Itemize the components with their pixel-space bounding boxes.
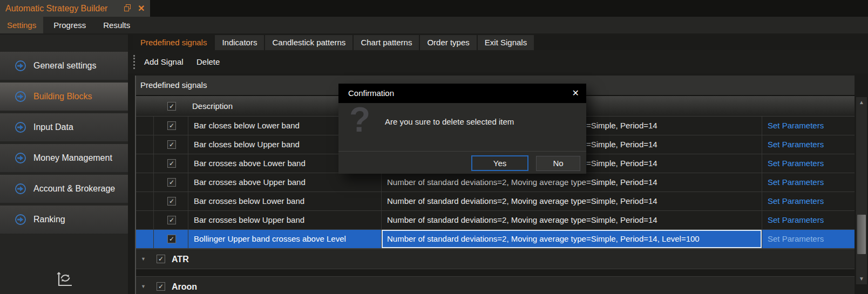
vertical-scrollbar[interactable]: ▲ ▼ bbox=[856, 97, 867, 284]
table-row[interactable]: ✓ Bar crosses above Upper band Number of… bbox=[136, 173, 855, 192]
sidebar-item-general-settings[interactable]: General settings bbox=[0, 52, 128, 80]
signal-parameters: Number of standard deviations=2, Moving … bbox=[387, 230, 700, 248]
set-parameters-link[interactable]: Set Parameters bbox=[768, 192, 824, 210]
signal-description: Bar closes below Upper band bbox=[194, 135, 300, 154]
signal-description: Bar crosses above Upper band bbox=[194, 173, 306, 192]
signal-parameters: Number of standard deviations=2, Moving … bbox=[387, 211, 657, 229]
sidebar-item-label: Building Blocks bbox=[33, 83, 92, 111]
sidebar-item-label: Money Management bbox=[33, 144, 112, 172]
dialog-message: Are you sure to delete selected item bbox=[385, 117, 514, 126]
confirmation-dialog: Confirmation ✕ ? Are you sure to delete … bbox=[338, 84, 586, 174]
scroll-down-icon[interactable]: ▼ bbox=[856, 275, 867, 283]
tab-indicators[interactable]: Indicators bbox=[215, 35, 264, 50]
collapse-triangle-icon[interactable]: ▼ bbox=[141, 256, 146, 262]
tab-progress[interactable]: Progress bbox=[46, 17, 93, 33]
tab-predefined-signals[interactable]: Predefined signals bbox=[133, 35, 214, 50]
scrollbar-thumb[interactable] bbox=[857, 215, 866, 254]
window-titlebar: Automatic Strategy Builder ✕ bbox=[0, 0, 868, 17]
group-checkbox[interactable]: ✓ bbox=[157, 282, 165, 291]
sidebar-item-money-management[interactable]: Money Management bbox=[0, 144, 128, 172]
collapse-triangle-icon[interactable]: ▼ bbox=[141, 284, 146, 289]
sidebar-item-account-brokerage[interactable]: Account & Brokerage bbox=[0, 175, 128, 203]
tab-settings[interactable]: Settings bbox=[0, 17, 43, 33]
table-row-selected[interactable]: ✓ Bollinger Upper band crosses above Lev… bbox=[136, 230, 855, 249]
arrow-circle-icon bbox=[15, 121, 26, 133]
column-header-description[interactable]: Description bbox=[192, 96, 233, 117]
set-parameters-link[interactable]: Set Parameters bbox=[768, 211, 824, 229]
table-row[interactable]: ✓ Bar crosses below Upper band Number of… bbox=[136, 211, 855, 230]
group-row-atr[interactable]: ▼ ✓ ATR bbox=[136, 249, 855, 269]
close-icon[interactable]: ✕ bbox=[138, 0, 145, 17]
group-checkbox[interactable]: ✓ bbox=[157, 255, 165, 263]
tab-candlestick-patterns[interactable]: Candlestick patterns bbox=[265, 35, 352, 50]
signal-description: Bar crosses below Upper band bbox=[194, 211, 304, 229]
signal-parameters: Number of standard deviations=2, Moving … bbox=[387, 173, 657, 192]
group-row-aroon[interactable]: ▼ ✓ Aroon bbox=[136, 276, 855, 294]
arrow-circle-icon bbox=[15, 60, 26, 72]
signal-description: Bar crosses below Lower band bbox=[194, 192, 304, 210]
arrow-circle-icon bbox=[15, 152, 26, 164]
restore-window-icon[interactable] bbox=[124, 4, 132, 12]
signal-parameters: Number of standard deviations=2, Moving … bbox=[387, 192, 657, 210]
app-tabbar: Settings Progress Results bbox=[0, 17, 868, 33]
tab-exit-signals[interactable]: Exit Signals bbox=[478, 35, 534, 50]
group-divider bbox=[136, 269, 855, 276]
set-parameters-link[interactable]: Set Parameters bbox=[768, 154, 824, 173]
arrow-circle-icon bbox=[15, 91, 26, 102]
set-parameters-link[interactable]: Set Parameters bbox=[768, 230, 824, 248]
table-row[interactable]: ✓ Bar crosses below Lower band Number of… bbox=[136, 192, 855, 211]
content-tabbar: Predefined signals Indicators Candlestic… bbox=[133, 35, 534, 50]
set-parameters-link[interactable]: Set Parameters bbox=[768, 117, 824, 135]
dialog-close-icon[interactable]: ✕ bbox=[572, 84, 579, 103]
row-checkbox[interactable]: ✓ bbox=[167, 140, 176, 149]
sidebar-item-label: Ranking bbox=[33, 206, 65, 234]
sidebar-item-input-data[interactable]: Input Data bbox=[0, 113, 128, 141]
group-label: Aroon bbox=[172, 277, 197, 294]
sidebar-item-ranking[interactable]: Ranking bbox=[0, 206, 128, 234]
row-checkbox[interactable]: ✓ bbox=[167, 235, 176, 243]
select-all-checkbox[interactable]: ✓ bbox=[167, 102, 176, 111]
tab-order-types[interactable]: Order types bbox=[420, 35, 476, 50]
row-checkbox[interactable]: ✓ bbox=[167, 159, 176, 168]
yes-button[interactable]: Yes bbox=[471, 155, 528, 171]
row-checkbox[interactable]: ✓ bbox=[167, 197, 176, 206]
group-label: ATR bbox=[172, 249, 189, 270]
arrow-circle-icon bbox=[15, 214, 26, 225]
signals-toolbar: Add Signal Delete bbox=[128, 50, 868, 73]
set-parameters-link[interactable]: Set Parameters bbox=[768, 135, 824, 154]
scroll-up-icon[interactable]: ▲ bbox=[856, 98, 867, 107]
sidebar: General settings Building Blocks Input D… bbox=[0, 33, 128, 294]
sidebar-item-label: General settings bbox=[33, 52, 97, 80]
row-checkbox[interactable]: ✓ bbox=[167, 178, 176, 187]
tab-chart-patterns[interactable]: Chart patterns bbox=[354, 35, 419, 50]
row-checkbox[interactable]: ✓ bbox=[167, 216, 176, 224]
signal-description: Bar closes below Lower band bbox=[194, 117, 300, 135]
question-mark-icon: ? bbox=[349, 100, 370, 140]
delete-button[interactable]: Delete bbox=[196, 50, 220, 73]
add-signal-button[interactable]: Add Signal bbox=[144, 50, 184, 73]
reset-refresh-icon[interactable] bbox=[54, 269, 73, 289]
tab-results[interactable]: Results bbox=[96, 17, 137, 33]
toolbar-grip-handle[interactable] bbox=[133, 55, 135, 69]
window-title: Automatic Strategy Builder bbox=[5, 0, 107, 17]
set-parameters-link[interactable]: Set Parameters bbox=[768, 173, 824, 192]
window-title-tab[interactable]: Automatic Strategy Builder ✕ bbox=[0, 0, 150, 17]
row-checkbox[interactable]: ✓ bbox=[167, 121, 176, 130]
arrow-circle-icon bbox=[15, 183, 26, 195]
signal-description: Bollinger Upper band crosses above Level bbox=[194, 230, 346, 248]
sidebar-item-building-blocks[interactable]: Building Blocks bbox=[0, 83, 128, 111]
sidebar-item-label: Input Data bbox=[33, 113, 73, 141]
no-button[interactable]: No bbox=[536, 156, 580, 171]
sidebar-item-label: Account & Brokerage bbox=[33, 175, 115, 203]
signal-description: Bar crosses above Lower band bbox=[194, 154, 306, 173]
dialog-title: Confirmation bbox=[338, 84, 586, 103]
